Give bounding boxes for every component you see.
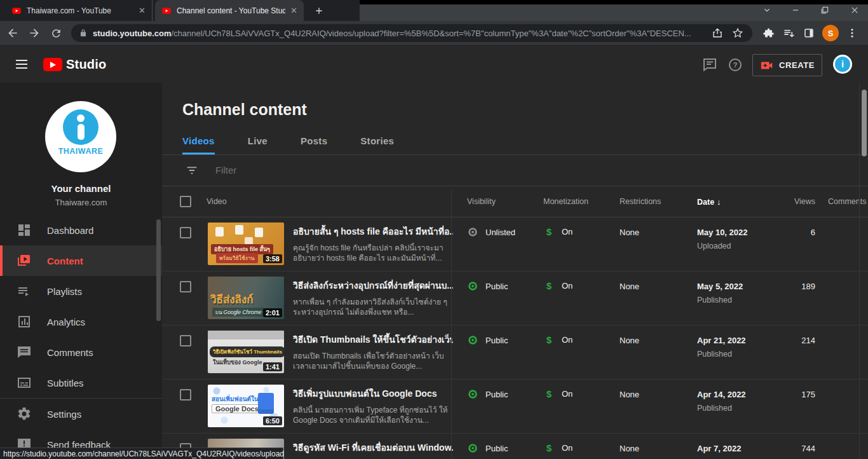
row-checkbox[interactable] (180, 281, 191, 292)
visibility-cell[interactable]: Public (467, 388, 508, 400)
scrollbar-track-divider (859, 83, 860, 459)
tab-close-icon[interactable]: ✕ (290, 6, 297, 15)
sidebar-item-comments[interactable]: Comments (0, 337, 162, 367)
sidebar-scrollbar[interactable] (156, 219, 161, 321)
select-all-checkbox[interactable] (180, 196, 191, 207)
side-panel-icon[interactable] (802, 26, 816, 40)
browser-tab-thaiware[interactable]: Thaiware.com - YouTube ✕ (5, 0, 153, 21)
filter-icon (185, 163, 199, 177)
url-path: /channel/UCh78LSAiVVAGTx_Q4U2RAIQ/videos… (172, 29, 691, 38)
video-title[interactable]: วิธีเพิ่มรูปแบบฟอนต์ใน Google Docs (293, 387, 453, 401)
send-feedback-icon[interactable] (702, 57, 717, 72)
thumbnail-text: Google Docs (212, 404, 262, 413)
studio-logo[interactable]: Studio (43, 57, 106, 72)
close-window-button[interactable] (848, 3, 862, 17)
video-thumbnail[interactable]: วิธีเปิดฟังก์ชันโชว์ Thumbnailsในแท็บของ… (208, 331, 284, 373)
tab-search-icon[interactable] (760, 3, 774, 17)
video-title[interactable]: อธิบายสั้น ๆ hosts file คืออะไร มีหน้าที… (293, 224, 453, 238)
new-tab-button[interactable] (313, 4, 325, 17)
create-camera-icon (760, 58, 774, 72)
sidebar-item-analytics[interactable]: Analytics (0, 306, 162, 337)
video-thumbnail[interactable]: สอนเพิ่มฟอนต์ในGoogle Docs6:50 (208, 385, 284, 427)
reading-list-icon[interactable] (782, 26, 796, 40)
content-scrollbar[interactable] (862, 90, 867, 156)
column-monetization[interactable]: Monetization (543, 197, 588, 206)
views-cell: 214 (764, 336, 815, 345)
channel-avatar[interactable]: THAIWARE (45, 101, 116, 172)
reload-icon[interactable] (47, 24, 65, 42)
dashboard-icon (17, 223, 32, 238)
lock-icon[interactable] (79, 29, 88, 38)
visibility-public-icon (467, 280, 478, 292)
table-row[interactable]: สอนเพิ่มฟอนต์ในGoogle Docs6:50วิธีเพิ่มร… (162, 380, 868, 434)
sidebar-item-content[interactable]: Content (0, 245, 162, 276)
video-title[interactable]: วิธีเปิด Thumbnails ให้ขึ้นโชว์ตัวอย่างเ… (293, 332, 453, 346)
browser-profile-avatar[interactable]: S (822, 25, 839, 41)
visibility-cell[interactable]: Unlisted (467, 226, 515, 238)
row-checkbox[interactable] (180, 389, 191, 401)
tab-close-icon[interactable]: ✕ (139, 6, 146, 15)
column-visibility[interactable]: Visibility (467, 197, 496, 206)
row-checkbox[interactable] (180, 227, 191, 238)
monetization-label: On (562, 443, 573, 453)
row-checkbox[interactable] (180, 335, 191, 346)
sidebar-item-dashboard[interactable]: Dashboard (0, 215, 162, 245)
date-status: Published (697, 404, 746, 413)
visibility-cell[interactable]: Public (467, 280, 508, 292)
monetization-cell[interactable]: $On (545, 334, 573, 345)
hamburger-menu-icon[interactable] (14, 57, 29, 72)
tab-videos[interactable]: Videos (182, 127, 215, 154)
extensions-icon[interactable] (761, 26, 775, 40)
restrictions-cell: None (620, 336, 639, 345)
monetization-cell[interactable]: $On (545, 280, 573, 291)
help-icon[interactable]: ? (728, 57, 743, 72)
forward-icon[interactable] (25, 24, 43, 42)
sidebar-item-label: Settings (47, 409, 81, 420)
minimize-button[interactable] (789, 3, 803, 17)
content-tabs: Videos Live Posts Stories (162, 127, 868, 155)
video-title[interactable]: วิธีดูรหัส Wi-Fi ที่เคยเชื่อมต่อบน Windo… (293, 441, 453, 455)
youtube-logo-icon (43, 58, 62, 71)
settings-icon (17, 406, 32, 421)
column-comments[interactable]: Comments (828, 197, 866, 206)
sidebar-item-settings[interactable]: Settings (0, 399, 162, 429)
tab-stories[interactable]: Stories (360, 127, 394, 154)
video-thumbnail[interactable]: อธิบาย hosts file สั้นๆพร้อมวิธีใช้งาน3:… (208, 223, 284, 265)
back-icon[interactable] (4, 24, 22, 42)
browser-tab-channel-content[interactable]: Channel content - YouTube Studi ✕ (155, 0, 304, 21)
visibility-cell[interactable]: Public (467, 334, 508, 346)
monetization-dollar-icon: $ (545, 226, 553, 237)
address-bar[interactable]: studio.youtube.com/channel/UCh78LSAiVVAG… (71, 24, 752, 42)
svg-text:?: ? (733, 61, 738, 69)
browser-menu-icon[interactable] (845, 26, 859, 40)
url-text[interactable]: studio.youtube.com/channel/UCh78LSAiVVAG… (93, 29, 704, 38)
sidebar-item-subtitles[interactable]: Subtitles (0, 367, 162, 398)
thumbnail-text: วิธีส่งลิงก์ (210, 291, 254, 308)
column-restrictions[interactable]: Restrictions (620, 197, 661, 206)
sidebar-item-playlists[interactable]: Playlists (0, 276, 162, 306)
bookmark-star-icon[interactable] (731, 26, 745, 40)
column-date[interactable]: Date↓ (697, 197, 721, 207)
views-cell: 6 (764, 228, 815, 237)
monetization-cell[interactable]: $On (545, 442, 573, 453)
table-row[interactable]: วิธีส่งลิงก์บน Google Chrome2:01วิธีส่งล… (162, 271, 868, 325)
monetization-cell[interactable]: $On (545, 388, 573, 399)
restore-button[interactable] (818, 3, 832, 17)
date-status: Published (697, 350, 746, 359)
visibility-cell[interactable]: Public (467, 442, 508, 454)
column-views[interactable]: Views (764, 197, 815, 206)
video-title[interactable]: วิธีส่งลิงก์ระหว่างอุปกรณ์ที่ง่ายที่สุดผ… (293, 278, 453, 292)
video-thumbnail[interactable]: วิธีส่งลิงก์บน Google Chrome2:01 (208, 277, 284, 319)
share-icon[interactable] (710, 26, 724, 40)
tab-live[interactable]: Live (248, 127, 268, 154)
table-row[interactable]: วิธีเปิดฟังก์ชันโชว์ Thumbnailsในแท็บของ… (162, 325, 868, 380)
monetization-label: On (562, 227, 573, 236)
monetization-dollar-icon: $ (545, 388, 553, 399)
account-avatar[interactable]: i (833, 55, 852, 74)
filter-bar[interactable]: Filter (162, 155, 868, 186)
create-button[interactable]: CREATE (752, 54, 822, 76)
visibility-label: Public (485, 390, 508, 399)
table-row[interactable]: อธิบาย hosts file สั้นๆพร้อมวิธีใช้งาน3:… (162, 217, 868, 271)
tab-posts[interactable]: Posts (301, 127, 327, 154)
monetization-cell[interactable]: $On (545, 226, 573, 237)
